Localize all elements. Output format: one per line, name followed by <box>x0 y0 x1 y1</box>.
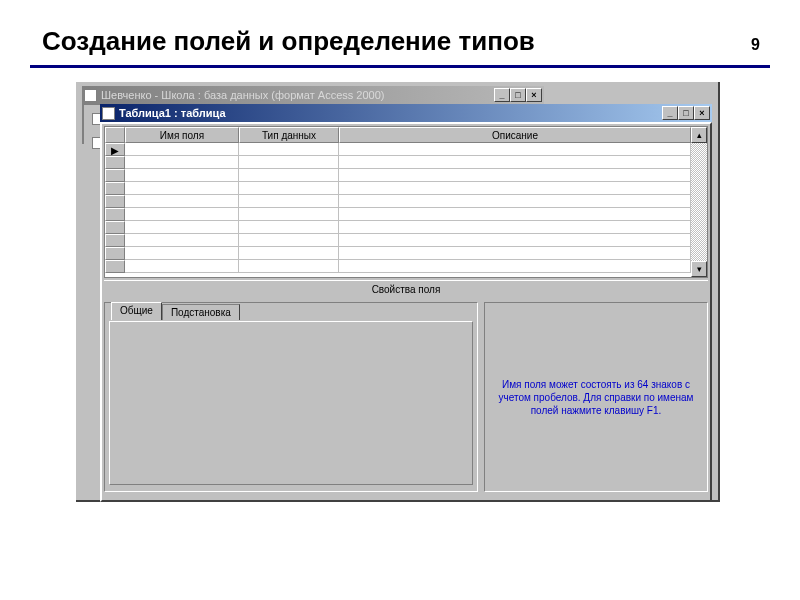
tab-lookup[interactable]: Подстановка <box>162 304 240 320</box>
field-name-cell[interactable] <box>125 234 239 247</box>
description-cell[interactable] <box>339 234 691 247</box>
grid-row[interactable] <box>105 208 691 221</box>
grid-scrollbar[interactable]: ▴ ▾ <box>691 127 707 277</box>
table-body: Имя поля Тип данных Описание ▶ ▴ ▾ Свойс… <box>100 122 712 502</box>
grid-header-name[interactable]: Имя поля <box>125 127 239 143</box>
data-type-cell[interactable] <box>239 208 339 221</box>
grid-header-selector[interactable] <box>105 127 125 143</box>
grid-row[interactable] <box>105 195 691 208</box>
table-title: Таблица1 : таблица <box>119 107 226 119</box>
data-type-cell[interactable] <box>239 234 339 247</box>
row-selector[interactable] <box>105 156 125 169</box>
field-name-cell[interactable] <box>125 169 239 182</box>
design-grid[interactable]: Имя поля Тип данных Описание ▶ ▴ ▾ <box>104 126 708 278</box>
field-name-cell[interactable] <box>125 156 239 169</box>
description-cell[interactable] <box>339 169 691 182</box>
slide-number: 9 <box>751 36 760 54</box>
db-minimize-button[interactable]: _ <box>494 88 510 102</box>
properties-content <box>109 321 473 485</box>
db-maximize-button[interactable]: □ <box>510 88 526 102</box>
grid-row[interactable] <box>105 247 691 260</box>
table-maximize-button[interactable]: □ <box>678 106 694 120</box>
grid-row[interactable] <box>105 260 691 273</box>
grid-row[interactable] <box>105 221 691 234</box>
grid-row[interactable] <box>105 169 691 182</box>
access-screenshot: Шевченко - Школа : база данных (формат A… <box>76 82 720 502</box>
row-selector[interactable]: ▶ <box>105 143 125 156</box>
table-design-window: Таблица1 : таблица _ □ × Имя поля Тип да… <box>100 104 712 502</box>
row-selector[interactable] <box>105 221 125 234</box>
row-selector[interactable] <box>105 195 125 208</box>
slide-title: Создание полей и определение типов <box>42 26 535 57</box>
row-selector[interactable] <box>105 247 125 260</box>
data-type-cell[interactable] <box>239 169 339 182</box>
description-cell[interactable] <box>339 182 691 195</box>
field-name-cell[interactable] <box>125 208 239 221</box>
slide-header: Создание полей и определение типов 9 <box>0 0 800 65</box>
table-minimize-button[interactable]: _ <box>662 106 678 120</box>
data-type-cell[interactable] <box>239 156 339 169</box>
table-titlebar[interactable]: Таблица1 : таблица _ □ × <box>100 104 712 122</box>
row-selector[interactable] <box>105 169 125 182</box>
description-cell[interactable] <box>339 208 691 221</box>
description-cell[interactable] <box>339 195 691 208</box>
database-title: Шевченко - Школа : база данных (формат A… <box>101 89 384 101</box>
db-close-button[interactable]: × <box>526 88 542 102</box>
field-name-cell[interactable] <box>125 221 239 234</box>
data-type-cell[interactable] <box>239 195 339 208</box>
grid-row[interactable] <box>105 234 691 247</box>
field-name-cell[interactable] <box>125 247 239 260</box>
grid-header-desc[interactable]: Описание <box>339 127 691 143</box>
properties-area: Общие Подстановка Имя поля может состоят… <box>104 302 708 492</box>
grid-row[interactable] <box>105 156 691 169</box>
grid-row[interactable]: ▶ <box>105 143 691 156</box>
slide-rule <box>30 65 770 68</box>
row-selector[interactable] <box>105 182 125 195</box>
grid-header: Имя поля Тип данных Описание <box>105 127 691 143</box>
data-type-cell[interactable] <box>239 221 339 234</box>
database-icon <box>84 89 97 102</box>
field-name-cell[interactable] <box>125 182 239 195</box>
row-selector[interactable] <box>105 260 125 273</box>
row-selector[interactable] <box>105 234 125 247</box>
field-name-cell[interactable] <box>125 143 239 156</box>
database-titlebar[interactable]: Шевченко - Школа : база данных (формат A… <box>82 86 544 104</box>
hint-panel: Имя поля может состоять из 64 знаков с у… <box>484 302 708 492</box>
tab-general[interactable]: Общие <box>111 302 162 320</box>
data-type-cell[interactable] <box>239 260 339 273</box>
field-name-cell[interactable] <box>125 260 239 273</box>
data-type-cell[interactable] <box>239 247 339 260</box>
properties-label: Свойства поля <box>104 280 708 298</box>
scroll-up-button[interactable]: ▴ <box>691 127 707 143</box>
description-cell[interactable] <box>339 143 691 156</box>
grid-row[interactable] <box>105 182 691 195</box>
description-cell[interactable] <box>339 247 691 260</box>
hint-text: Имя поля может состоять из 64 знаков с у… <box>495 378 697 417</box>
scroll-track[interactable] <box>691 143 707 261</box>
table-close-button[interactable]: × <box>694 106 710 120</box>
row-selector[interactable] <box>105 208 125 221</box>
properties-tabs: Общие Подстановка <box>111 302 240 320</box>
description-cell[interactable] <box>339 260 691 273</box>
description-cell[interactable] <box>339 156 691 169</box>
description-cell[interactable] <box>339 221 691 234</box>
table-icon <box>102 107 115 120</box>
grid-header-type[interactable]: Тип данных <box>239 127 339 143</box>
field-name-cell[interactable] <box>125 195 239 208</box>
data-type-cell[interactable] <box>239 182 339 195</box>
properties-panel: Общие Подстановка <box>104 302 478 492</box>
data-type-cell[interactable] <box>239 143 339 156</box>
scroll-down-button[interactable]: ▾ <box>691 261 707 277</box>
